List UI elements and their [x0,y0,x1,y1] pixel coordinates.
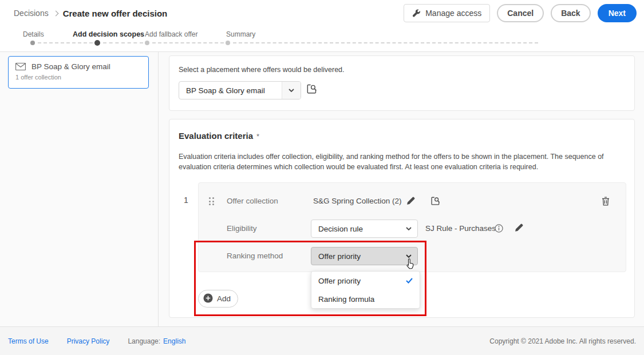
menu-item-ranking-formula[interactable]: Ranking formula [311,290,420,308]
next-button[interactable]: Next [598,4,637,22]
plus-circle-icon [203,293,213,305]
copyright-text: Copyright © 2021 Adobe Inc. All rights r… [489,337,636,345]
delete-criteria-button[interactable] [602,197,610,208]
browse-preview-icon [306,83,317,96]
criteria-card: Offer collection S&G Spring Collection (… [198,182,626,272]
content-area: BP Soap & Glory email 1 offer collection… [0,52,644,326]
evaluation-description: Evaluation criteria includes offer colle… [179,151,626,172]
envelope-icon [15,63,26,70]
chevron-down-icon [400,248,417,265]
menu-item-offer-priority[interactable]: Offer priority [311,272,420,290]
step-connector [152,42,224,43]
top-header: Decisions Create new offer decision Mana… [0,0,644,26]
step-list: Details Add decision scopes Add fallback… [0,26,644,52]
language-label: Language: [128,337,160,345]
placement-dropdown[interactable]: BP Soap & Glory email [179,81,301,99]
decision-scope-card[interactable]: BP Soap & Glory email 1 offer collection [8,56,149,89]
step-add-fallback-offer: Add fallback offer [145,30,198,38]
breadcrumb: Decisions Create new offer decision [14,9,167,18]
criteria-row-number: 1 [184,196,188,205]
footer: Terms of Use Privacy Policy Language: En… [0,326,644,355]
eligibility-rule-name: SJ Rule - Purchases [425,220,496,238]
breadcrumb-decisions-link[interactable]: Decisions [14,9,49,18]
checkmark-icon [406,277,413,285]
required-asterisk: * [256,132,259,141]
ranking-method-label: Ranking method [227,247,283,265]
step-summary: Summary [226,30,255,38]
placement-panel: Select a placement where offers would be… [169,55,635,111]
header-actions: Manage access Cancel Back Next [404,4,637,22]
placement-instruction: Select a placement where offers would be… [179,66,345,74]
edit-rule-button[interactable] [515,224,523,234]
scopes-sidebar: BP Soap & Glory email 1 offer collection [0,52,159,326]
menu-item-label: Offer priority [318,277,401,285]
drag-handle-icon[interactable] [209,197,214,205]
step-dot-add-fallback-offer [145,41,149,45]
offer-collection-value: S&G Spring Collection (2) [313,192,402,210]
ranking-method-dropdown[interactable]: Offer priority [311,247,418,265]
manage-access-button[interactable]: Manage access [404,4,490,22]
scope-card-title: BP Soap & Glory email [31,62,110,71]
step-dot-summary [226,41,230,45]
evaluation-criteria-panel: Evaluation criteria * Evaluation criteri… [169,119,635,318]
manage-access-label: Manage access [425,9,481,18]
placement-dropdown-value: BP Soap & Glory email [179,86,282,95]
rule-info-button[interactable] [495,224,503,234]
ranking-method-dropdown-value: Offer priority [311,252,400,261]
back-button[interactable]: Back [551,4,590,22]
step-details: Details [23,30,44,38]
add-criteria-button[interactable]: Add [198,290,238,308]
preview-offer-collection-button[interactable] [430,196,440,208]
cancel-button[interactable]: Cancel [497,4,544,22]
info-icon [495,224,503,234]
privacy-policy-link[interactable]: Privacy Policy [67,337,110,345]
evaluation-title: Evaluation criteria [179,131,253,141]
step-add-decision-scopes: Add decision scopes [73,30,144,38]
step-connector [233,42,538,43]
ranking-method-menu: Offer priority Ranking formula [311,271,420,309]
step-dot-details [30,41,35,45]
trash-icon [602,197,610,208]
page-title: Create new offer decision [63,9,168,18]
step-connector [38,42,93,43]
eligibility-dropdown[interactable]: Decision rule [311,220,418,238]
step-connector [103,42,143,43]
menu-item-label: Ranking formula [318,295,413,304]
wrench-icon [412,9,421,18]
chevron-right-icon [53,11,58,17]
terms-of-use-link[interactable]: Terms of Use [8,337,49,345]
language-value-link[interactable]: English [163,337,185,345]
step-dot-add-decision-scopes [94,40,100,46]
browse-preview-icon [430,196,440,208]
chevron-down-icon [400,220,417,237]
eligibility-label: Eligibility [227,220,257,238]
chevron-down-icon [282,82,301,99]
pencil-icon [515,224,523,234]
add-label: Add [217,294,231,303]
scope-card-subtitle: 1 offer collection [15,74,141,81]
placement-preview-button[interactable] [306,83,317,96]
eligibility-dropdown-value: Decision rule [311,225,400,233]
offer-collection-label: Offer collection [227,192,278,210]
language-selector: Language: English [128,337,185,345]
pencil-icon [406,197,415,207]
edit-offer-collection-button[interactable] [406,197,415,207]
